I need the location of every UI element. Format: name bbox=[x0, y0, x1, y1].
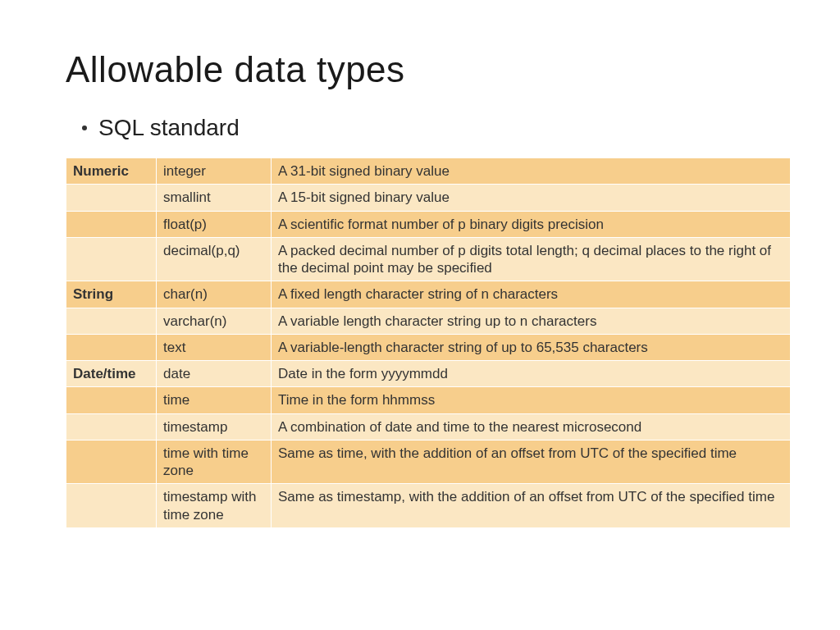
type-cell: timestamp bbox=[157, 413, 272, 440]
description-cell: A 15-bit signed binary value bbox=[272, 185, 791, 211]
category-cell bbox=[66, 484, 157, 528]
description-cell: A variable length character string up to… bbox=[272, 308, 791, 334]
description-cell: Same as timestamp, with the addition of … bbox=[272, 484, 791, 528]
bullet-item: SQL standard bbox=[82, 115, 791, 141]
category-cell bbox=[66, 334, 157, 360]
type-cell: timestamp with time zone bbox=[157, 484, 272, 528]
table-row: NumericintegerA 31-bit signed binary val… bbox=[66, 158, 791, 185]
category-cell bbox=[66, 440, 157, 484]
category-cell: Numeric bbox=[66, 158, 157, 185]
table-row: decimal(p,q)A packed decimal number of p… bbox=[66, 237, 791, 281]
table-row: smallintA 15-bit signed binary value bbox=[66, 185, 791, 211]
category-cell bbox=[66, 211, 157, 237]
slide: Allowable data types SQL standard Numeri… bbox=[0, 0, 840, 561]
category-cell bbox=[66, 237, 157, 281]
type-cell: char(n) bbox=[157, 281, 272, 308]
datatype-table: NumericintegerA 31-bit signed binary val… bbox=[66, 158, 791, 528]
type-cell: time with time zone bbox=[157, 440, 272, 484]
table-row: varchar(n)A variable length character st… bbox=[66, 308, 791, 334]
type-cell: integer bbox=[157, 158, 272, 185]
type-cell: smallint bbox=[157, 185, 272, 211]
type-cell: time bbox=[157, 387, 272, 413]
type-cell: date bbox=[157, 361, 272, 387]
table-row: time with time zoneSame as time, with th… bbox=[66, 440, 791, 484]
table-row: Stringchar(n)A fixed length character st… bbox=[66, 281, 791, 308]
type-cell: float(p) bbox=[157, 211, 272, 237]
description-cell: Same as time, with the addition of an of… bbox=[272, 440, 791, 484]
type-cell: decimal(p,q) bbox=[157, 237, 272, 281]
description-cell: A combination of date and time to the ne… bbox=[272, 413, 791, 440]
description-cell: A packed decimal number of p digits tota… bbox=[272, 237, 791, 281]
description-cell: A variable-length character string of up… bbox=[272, 334, 791, 360]
category-cell: Date/time bbox=[66, 361, 157, 387]
slide-title: Allowable data types bbox=[66, 49, 791, 90]
category-cell bbox=[66, 413, 157, 440]
description-cell: A 31-bit signed binary value bbox=[272, 158, 791, 185]
table-row: Date/timedateDate in the form yyyymmdd bbox=[66, 361, 791, 387]
description-cell: A scientific format number of p binary d… bbox=[272, 211, 791, 237]
type-cell: varchar(n) bbox=[157, 308, 272, 334]
table-row: timestamp with time zoneSame as timestam… bbox=[66, 484, 791, 528]
table-row: float(p)A scientific format number of p … bbox=[66, 211, 791, 237]
description-cell: A fixed length character string of n cha… bbox=[272, 281, 791, 308]
category-cell bbox=[66, 387, 157, 413]
table-row: timeTime in the form hhmmss bbox=[66, 387, 791, 413]
table-row: timestampA combination of date and time … bbox=[66, 413, 791, 440]
table-row: textA variable-length character string o… bbox=[66, 334, 791, 360]
bullet-dot-icon bbox=[82, 126, 87, 130]
bullet-text: SQL standard bbox=[98, 115, 240, 141]
type-cell: text bbox=[157, 334, 272, 360]
description-cell: Time in the form hhmmss bbox=[272, 387, 791, 413]
description-cell: Date in the form yyyymmdd bbox=[272, 361, 791, 387]
category-cell: String bbox=[66, 281, 157, 308]
category-cell bbox=[66, 308, 157, 334]
category-cell bbox=[66, 185, 157, 211]
